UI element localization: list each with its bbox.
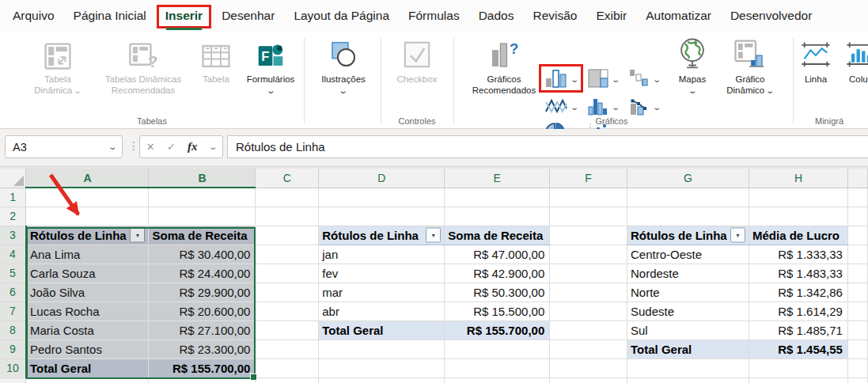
menu-tab-desenvolvedor[interactable]: Desenvolvedor <box>721 0 821 32</box>
cell-A4[interactable]: Ana Lima <box>26 245 149 264</box>
cell-C6[interactable] <box>256 283 319 301</box>
cell-x4[interactable] <box>847 245 867 264</box>
cell-F5[interactable] <box>550 264 627 283</box>
cell-E5[interactable]: R$ 42.900,00 <box>445 264 550 283</box>
cell-G6[interactable]: Norte <box>627 283 749 301</box>
cell-H6[interactable]: R$ 1.342,86 <box>749 283 847 301</box>
cell-H7[interactable]: R$ 1.614,29 <box>749 301 847 320</box>
cell-F3[interactable] <box>550 226 627 245</box>
menu-tab-revisao[interactable]: Revisão <box>523 0 586 32</box>
cell-E9[interactable] <box>445 339 550 358</box>
cell-x1[interactable] <box>847 188 867 207</box>
row-header-9[interactable]: 9 <box>0 339 26 358</box>
cell-C3[interactable] <box>256 226 319 245</box>
cell-B3[interactable]: Soma de Receita <box>149 226 256 245</box>
cell-H2[interactable] <box>749 207 847 226</box>
cell-B10[interactable]: R$ 155.700,00 <box>149 358 256 377</box>
forms-button[interactable]: F Formulários ⌄ <box>241 35 300 119</box>
cell-G7[interactable]: Sudeste <box>627 301 749 320</box>
cell-F8[interactable] <box>550 320 627 339</box>
menu-tab-exibir[interactable]: Exibir <box>586 0 636 32</box>
cell-A6[interactable]: João Silva <box>26 283 149 301</box>
row-header-6[interactable]: 6 <box>0 283 26 301</box>
chevron-down-icon[interactable]: ⌄ <box>208 142 218 151</box>
cell-H5[interactable]: R$ 1.483,33 <box>749 264 847 283</box>
menu-tab-automatizar[interactable]: Automatizar <box>636 0 721 32</box>
row-header-4[interactable]: 4 <box>0 245 26 264</box>
cell-D10[interactable] <box>319 358 445 377</box>
cell-A8[interactable]: Maria Costa <box>26 320 149 339</box>
cell-A7[interactable]: Lucas Rocha <box>26 301 149 320</box>
row-header-1[interactable]: 1 <box>0 188 26 207</box>
menu-tab-dados[interactable]: Dados <box>469 0 524 32</box>
insert-waterfall-chart-button[interactable]: ⌄ <box>628 66 669 93</box>
row-header-5[interactable]: 5 <box>0 264 26 283</box>
select-all-button[interactable] <box>0 169 26 188</box>
row-header-3[interactable]: 3 <box>0 226 26 245</box>
cell-G8[interactable]: Sul <box>627 320 749 339</box>
formula-bar-resize-handle[interactable]: ⋮ <box>128 139 138 152</box>
menu-tab-inserir[interactable]: Inserir <box>156 0 212 32</box>
col-header-B[interactable]: B <box>149 169 256 188</box>
cell-H10[interactable] <box>749 358 847 377</box>
row-header-10[interactable]: 10 <box>0 358 26 377</box>
cell-F1[interactable] <box>550 188 627 207</box>
cell-x3[interactable] <box>847 226 867 245</box>
row-header-7[interactable]: 7 <box>0 301 26 320</box>
enter-icon[interactable]: ✓ <box>167 141 176 153</box>
menu-tab-desenhar[interactable]: Desenhar <box>212 0 284 32</box>
cell-A1[interactable] <box>26 188 149 207</box>
row-header-2[interactable]: 2 <box>0 207 26 226</box>
cell-G1[interactable] <box>627 188 749 207</box>
name-box[interactable]: A3 ⌄ <box>5 135 123 158</box>
cell-E3[interactable]: Soma de Receita <box>445 226 550 245</box>
menu-tab-layout-da-pagina[interactable]: Layout da Página <box>284 0 399 32</box>
cell-D8[interactable]: Total Geral <box>319 320 445 339</box>
cell-C8[interactable] <box>256 320 319 339</box>
cell-E6[interactable]: R$ 50.300,00 <box>445 283 550 301</box>
cell-C5[interactable] <box>256 264 319 283</box>
cell-B1[interactable] <box>149 188 256 207</box>
cell-D1[interactable] <box>319 188 445 207</box>
col-header-H[interactable]: H <box>749 169 847 188</box>
cell-D6[interactable]: mar <box>319 283 445 301</box>
cell-E2[interactable] <box>445 207 550 226</box>
cell-H4[interactable]: R$ 1.333,33 <box>749 245 847 264</box>
filter-button[interactable]: ▼ <box>730 228 745 243</box>
formula-input[interactable]: Rótulos de Linha <box>227 135 868 158</box>
row-header-8[interactable]: 8 <box>0 320 26 339</box>
recommended-charts-button[interactable]: ? Gráficos Recomendados <box>462 35 546 119</box>
cell-G2[interactable] <box>627 207 749 226</box>
cell-F4[interactable] <box>550 245 627 264</box>
cell-D4[interactable]: jan <box>319 245 445 264</box>
col-header-D[interactable]: D <box>319 169 445 188</box>
cell-C4[interactable] <box>256 245 319 264</box>
cell-x9[interactable] <box>847 339 867 358</box>
sparkline-column-button[interactable]: Colun <box>837 35 868 119</box>
maps-button[interactable]: Mapas ⌄ <box>669 35 715 119</box>
cell-B2[interactable] <box>149 207 256 226</box>
cell-x6[interactable] <box>847 283 867 301</box>
cell-H9[interactable]: R$ 1.454,55 <box>749 339 847 358</box>
illustrations-button[interactable]: Ilustrações ⌄ <box>310 35 377 119</box>
cell-C1[interactable] <box>256 188 319 207</box>
col-header-A[interactable]: A <box>26 169 149 188</box>
menu-tab-pagina-inicial[interactable]: Página Inicial <box>64 0 156 32</box>
cell-C7[interactable] <box>256 301 319 320</box>
cell-D7[interactable]: abr <box>319 301 445 320</box>
cell-A10[interactable]: Total Geral <box>26 358 149 377</box>
cell-H3[interactable]: Média de Lucro <box>749 226 847 245</box>
menu-tab-arquivo[interactable]: Arquivo <box>3 0 64 32</box>
cell-C2[interactable] <box>256 207 319 226</box>
cell-F9[interactable] <box>550 339 627 358</box>
cell-x7[interactable] <box>847 301 867 320</box>
cell-F2[interactable] <box>550 207 627 226</box>
cell-F10[interactable] <box>550 358 627 377</box>
cell-B6[interactable]: R$ 29.900,00 <box>149 283 256 301</box>
cell-A5[interactable]: Carla Souza <box>26 264 149 283</box>
insert-function-icon[interactable]: fx <box>188 140 198 154</box>
filter-button[interactable]: ▼ <box>426 228 441 243</box>
sparkline-line-button[interactable]: Linha <box>798 35 834 119</box>
cell-E1[interactable] <box>445 188 550 207</box>
insert-hierarchy-chart-button[interactable]: ⌄ <box>587 66 628 93</box>
